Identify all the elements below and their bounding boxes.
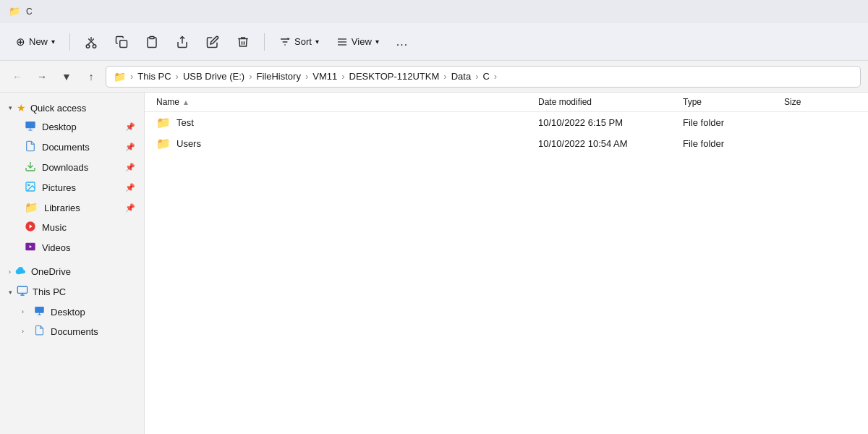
sidebar-item-music-label: Music [42, 222, 67, 233]
sidebar-item-pictures-label: Pictures [42, 182, 76, 193]
copy-button[interactable] [108, 31, 135, 53]
file-type: File folder [683, 117, 784, 128]
col-header-size[interactable]: Size [784, 97, 856, 107]
more-label: ... [396, 35, 408, 48]
sidebar-item-documents[interactable]: Documents 📌 [3, 137, 141, 157]
svg-rect-16 [17, 286, 27, 293]
delete-icon [237, 35, 250, 48]
address-folder-icon: 📁 [114, 71, 126, 82]
sidebar-item-desktop[interactable]: Desktop 📌 [3, 117, 141, 137]
documents-icon [25, 140, 36, 154]
copy-icon [115, 35, 128, 48]
breadcrumb-filehistory[interactable]: FileHistory [257, 71, 301, 82]
file-name-cell: 📁 Users [156, 137, 538, 150]
column-headers: Name ▲ Date modified Type Size [145, 93, 868, 112]
sidebar-item-downloads[interactable]: Downloads 📌 [3, 158, 141, 177]
delete-button[interactable] [229, 31, 257, 53]
col-header-date[interactable]: Date modified [538, 97, 683, 107]
file-name-text: Users [176, 138, 201, 149]
breadcrumb-data[interactable]: Data [451, 71, 471, 82]
sidebar-item-thispc-documents[interactable]: › Documents [3, 322, 141, 341]
sidebar-item-pictures[interactable]: Pictures 📌 [3, 178, 141, 197]
thispc-documents-icon [34, 325, 45, 338]
view-chevron-icon: ▾ [375, 38, 379, 46]
view-button[interactable]: View ▾ [329, 33, 386, 51]
sidebar-item-videos[interactable]: Videos [3, 238, 141, 258]
sidebar-item-libraries[interactable]: 📁 Libraries 📌 [3, 198, 141, 217]
svg-rect-2 [120, 40, 127, 47]
thispc-desktop-icon [34, 305, 45, 318]
breadcrumb-thispc[interactable]: This PC [137, 71, 171, 82]
col-type-label: Type [683, 97, 702, 107]
rename-icon [206, 35, 219, 48]
col-date-label: Date modified [538, 97, 592, 107]
sort-label: Sort [294, 36, 312, 47]
col-header-name[interactable]: Name ▲ [156, 97, 538, 107]
file-name-text: Test [176, 117, 194, 128]
toolbar-separator-1 [69, 33, 70, 51]
onedrive-icon [15, 265, 27, 278]
breadcrumb-vm11[interactable]: VM11 [312, 71, 337, 82]
onedrive-chevron-icon: › [9, 268, 11, 276]
content-pane: Name ▲ Date modified Type Size 📁 Test 10… [145, 93, 868, 434]
title-bar: 📁 C [0, 0, 868, 23]
svg-rect-8 [25, 122, 35, 128]
breadcrumb-usbdrive[interactable]: USB Drive (E:) [183, 71, 244, 82]
sidebar-section-thispc[interactable]: ▾ This PC [3, 282, 141, 302]
thispc-chevron2-icon: › [22, 308, 24, 315]
sidebar-item-thispc-desktop[interactable]: › Desktop [3, 302, 141, 321]
title-bar-folder-icon: 📁 [9, 6, 20, 17]
pin-icon-desktop: 📌 [125, 122, 135, 132]
svg-point-0 [86, 44, 90, 48]
table-row[interactable]: 📁 Test 10/10/2022 6:15 PM File folder [145, 112, 868, 133]
new-label: New [29, 36, 48, 47]
pin-icon-pictures: 📌 [125, 183, 135, 192]
sidebar-item-downloads-label: Downloads [42, 162, 88, 173]
sidebar-thispc-desktop-label: Desktop [51, 307, 85, 318]
pictures-icon [25, 181, 36, 195]
videos-icon [25, 241, 36, 255]
sidebar-section-quick-access[interactable]: ▾ ★ Quick access [3, 99, 141, 116]
sort-chevron-icon: ▾ [315, 38, 319, 46]
downloads-icon [25, 161, 36, 174]
rename-button[interactable] [199, 31, 226, 53]
breadcrumb-desktop112utkm[interactable]: DESKTOP-112UTKM [349, 71, 440, 82]
sidebar: ▾ ★ Quick access Desktop 📌 Documents 📌 [0, 93, 145, 434]
up-button[interactable]: ↑ [81, 67, 101, 87]
col-header-type[interactable]: Type [683, 97, 784, 107]
file-date: 10/10/2022 10:54 AM [538, 138, 683, 149]
music-icon [25, 221, 36, 234]
quick-access-star-icon: ★ [17, 102, 26, 114]
recent-button[interactable]: ▼ [56, 67, 77, 87]
sidebar-item-desktop-label: Desktop [42, 122, 77, 132]
pin-icon-libraries: 📌 [125, 203, 135, 213]
view-label: View [352, 36, 372, 47]
thispc-chevron3-icon: › [22, 328, 24, 335]
more-button[interactable]: ... [389, 31, 415, 53]
svg-rect-17 [35, 307, 44, 313]
folder-icon: 📁 [156, 116, 171, 129]
svg-rect-3 [150, 36, 154, 38]
cut-icon [85, 35, 98, 48]
sidebar-section-onedrive[interactable]: › OneDrive [3, 262, 141, 281]
address-bar[interactable]: 📁 › This PC › USB Drive (E:) › FileHisto… [106, 66, 861, 88]
toolbar: ⊕ New ▾ [0, 23, 868, 61]
toolbar-separator-2 [264, 33, 265, 51]
sort-icon [279, 36, 291, 48]
paste-button[interactable] [138, 31, 166, 53]
sidebar-item-music[interactable]: Music [3, 218, 141, 237]
table-row[interactable]: 📁 Users 10/10/2022 10:54 AM File folder [145, 133, 868, 154]
thispc-chevron-icon: ▾ [9, 289, 12, 296]
forward-button[interactable]: → [32, 67, 52, 87]
new-button[interactable]: ⊕ New ▾ [9, 32, 62, 52]
sort-button[interactable]: Sort ▾ [272, 33, 326, 51]
pin-icon-downloads: 📌 [125, 163, 135, 172]
sidebar-item-documents-label: Documents [42, 142, 90, 153]
file-type: File folder [683, 138, 784, 149]
cut-button[interactable] [77, 31, 105, 53]
share-button[interactable] [169, 31, 196, 53]
sidebar-item-videos-label: Videos [42, 242, 71, 253]
sidebar-onedrive-label: OneDrive [31, 266, 71, 277]
back-button[interactable]: ← [7, 67, 27, 87]
quick-access-chevron-icon: ▾ [9, 104, 12, 111]
